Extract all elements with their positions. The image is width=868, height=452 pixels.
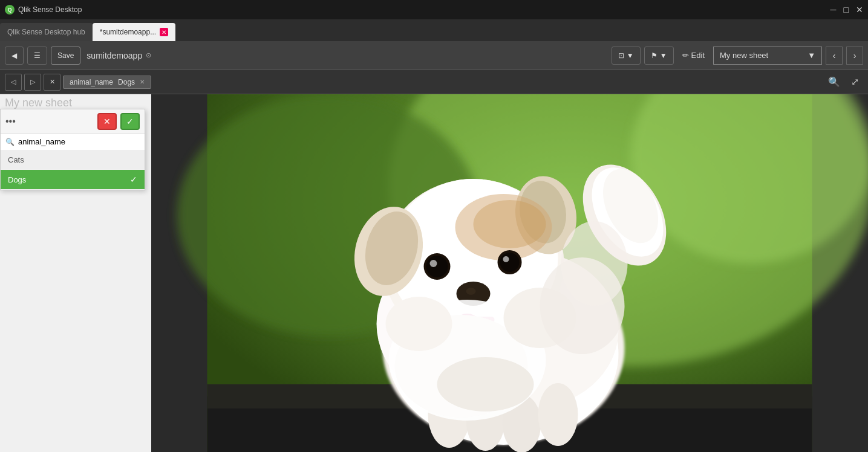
next-icon: › (853, 51, 857, 60)
more-icon: ••• (5, 116, 16, 126)
dropdown-cancel-btn[interactable]: ✕ (97, 113, 117, 130)
dropdown-item-dogs-label: Dogs (8, 175, 26, 184)
filter-field-value: Dogs (118, 78, 135, 86)
app-name-icon: ⊙ (146, 51, 151, 59)
app-toolbar: ◀ ☰ Save sumitdemoapp ⊙ ⊡ ▼ ⚑ ▼ ✏ Edit M… (0, 41, 868, 70)
sel-clear-icon: ✕ (50, 78, 55, 86)
sheet-title-box[interactable]: My new sheet ▼ (713, 47, 822, 65)
filter-chip[interactable]: animal_name Dogs ✕ (63, 76, 151, 89)
toolbar-right: ⊡ ▼ ⚑ ▼ ✏ Edit My new sheet ▼ ‹ › (612, 47, 863, 65)
svg-point-13 (538, 383, 578, 446)
sheet-title-text: My new sheet (720, 51, 768, 60)
title-bar-text: Qlik Sense Desktop (18, 5, 82, 14)
filter-chip-close[interactable]: ✕ (140, 79, 145, 85)
dog-image-area (151, 94, 868, 452)
app-logo: Q (5, 5, 15, 15)
svg-point-24 (474, 200, 546, 248)
screenshot-dropdown-icon: ▼ (627, 51, 634, 60)
sel-back-icon: ◁ (11, 78, 16, 86)
filter-bar: ◁ ▷ ✕ animal_name Dogs ✕ 🔍 ⤢ (0, 70, 868, 94)
fullscreen-icon: ⤢ (851, 76, 859, 88)
browser-tabs: Qlik Sense Desktop hub *sumitdemoapp... … (0, 19, 868, 41)
tab-close-btn[interactable]: ✕ (160, 28, 168, 36)
svg-point-26 (466, 288, 476, 295)
cancel-icon: ✕ (103, 117, 111, 126)
back-btn[interactable]: ◀ (5, 47, 24, 65)
dropdown-item-cats-label: Cats (8, 155, 24, 164)
close-btn[interactable]: ✕ (856, 5, 863, 15)
minimize-btn[interactable]: ─ (830, 5, 837, 15)
tab-app[interactable]: *sumitdemoapp... ✕ (93, 23, 175, 41)
save-label: Save (57, 51, 74, 60)
search-filter-btn[interactable]: 🔍 (826, 74, 843, 91)
tab-hub-label: Qlik Sense Desktop hub (7, 28, 85, 36)
dogs-check-icon: ✓ (130, 175, 137, 184)
sel-fwd-icon: ▷ (30, 78, 35, 86)
menu-icon: ☰ (34, 51, 41, 60)
edit-btn[interactable]: ✏ Edit (677, 48, 710, 62)
search-icon: 🔍 (828, 76, 840, 88)
main-content: My new sheet ••• ✕ ✓ 🔍 Cats Dogs ✓ (0, 94, 868, 452)
confirm-icon: ✓ (126, 117, 134, 126)
screenshot-btn[interactable]: ⊡ ▼ (612, 47, 641, 65)
dropdown-list: Cats Dogs ✓ (1, 150, 145, 190)
dropdown-header: ••• ✕ ✓ (1, 109, 145, 134)
svg-point-32 (503, 256, 509, 262)
dog-image-svg (151, 94, 868, 452)
dropdown-confirm-btn[interactable]: ✓ (120, 113, 140, 130)
svg-point-31 (500, 253, 520, 272)
sheet-title-overlay-text: My new sheet (5, 97, 72, 109)
tab-hub[interactable]: Qlik Sense Desktop hub (0, 23, 93, 41)
sheet-title-overlay: My new sheet (5, 97, 72, 109)
bookmark-btn[interactable]: ⚑ ▼ (644, 47, 674, 65)
selection-forward-btn[interactable]: ▷ (24, 74, 41, 91)
app-name-display: sumitdemoapp ⊙ (86, 51, 151, 60)
svg-point-28 (426, 256, 448, 277)
maximize-btn[interactable]: □ (844, 5, 849, 15)
filter-bar-right: 🔍 ⤢ (826, 74, 863, 91)
svg-point-41 (437, 357, 534, 412)
screenshot-icon: ⊡ (618, 51, 624, 60)
svg-point-43 (561, 221, 628, 306)
edit-label: Edit (691, 51, 705, 60)
app-name-text: sumitdemoapp (86, 51, 142, 60)
title-bar: Q Qlik Sense Desktop ─ □ ✕ (0, 0, 868, 19)
dropdown-search-input[interactable] (18, 137, 140, 146)
filter-dropdown-panel: ••• ✕ ✓ 🔍 Cats Dogs ✓ (0, 109, 145, 190)
filter-field-name: animal_name (70, 78, 113, 86)
bookmark-icon: ⚑ (651, 51, 658, 60)
prev-icon: ‹ (833, 51, 836, 60)
dropdown-search-icon: 🔍 (5, 138, 15, 146)
back-icon: ◀ (11, 51, 17, 60)
bookmark-dropdown-icon: ▼ (660, 51, 667, 60)
pencil-icon: ✏ (682, 51, 689, 60)
save-btn[interactable]: Save (51, 47, 80, 65)
tab-app-label: *sumitdemoapp... (100, 28, 156, 36)
dropdown-more-btn[interactable]: ••• (5, 116, 16, 127)
dropdown-search-row: 🔍 (1, 134, 145, 150)
selection-clear-btn[interactable]: ✕ (44, 74, 60, 91)
window-controls[interactable]: ─ □ ✕ (830, 5, 863, 15)
sheet-dropdown-icon: ▼ (808, 51, 815, 60)
svg-point-39 (386, 297, 452, 351)
next-sheet-btn[interactable]: › (846, 47, 863, 65)
svg-point-29 (430, 260, 437, 267)
prev-sheet-btn[interactable]: ‹ (826, 47, 843, 65)
dropdown-item-dogs[interactable]: Dogs ✓ (1, 170, 145, 190)
dropdown-item-cats[interactable]: Cats (1, 150, 145, 170)
menu-btn[interactable]: ☰ (27, 47, 47, 65)
fullscreen-btn[interactable]: ⤢ (846, 74, 863, 91)
selection-back-btn[interactable]: ◁ (5, 74, 22, 91)
